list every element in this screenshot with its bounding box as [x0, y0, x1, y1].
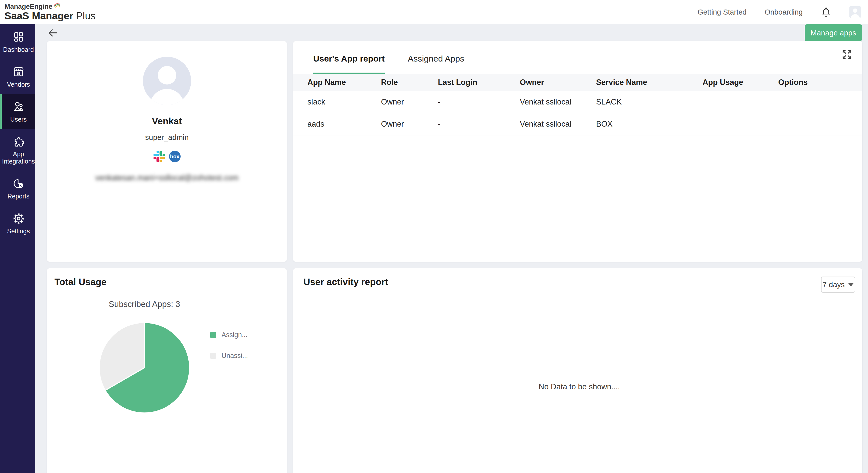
col-service-name: Service Name	[593, 74, 700, 91]
pie-slice-separator	[144, 323, 145, 368]
cell-role: Owner	[378, 113, 435, 135]
cell-service-name: SLACK	[593, 91, 700, 113]
sidebar-item-app-integrations[interactable]: App Integrations	[0, 129, 35, 171]
notification-bell-icon[interactable]	[821, 7, 831, 17]
legend-item-assigned[interactable]: Assign...	[210, 331, 248, 339]
gear-icon	[12, 213, 25, 225]
person-icon	[849, 6, 861, 18]
user-name: Venkat	[152, 116, 182, 127]
manage-apps-button[interactable]: Manage apps	[805, 24, 862, 41]
brand-product-light: Plus	[76, 10, 96, 21]
sidebar-item-label: Users	[10, 116, 27, 123]
table-header-row: App Name Role Last Login Owner Service N…	[293, 74, 862, 91]
cell-options	[776, 113, 862, 135]
pie-legend: Assign... Unassi...	[210, 331, 248, 412]
cell-last-login: -	[435, 91, 517, 113]
expand-icon[interactable]	[841, 49, 853, 60]
total-usage-title: Total Usage	[55, 277, 279, 287]
sidebar-item-users[interactable]: Users	[0, 94, 35, 129]
sidebar-item-label: Vendors	[7, 81, 30, 88]
brand-logo: ManageEngine SaaS Manager Plus	[4, 3, 95, 21]
dashboard-icon	[12, 31, 25, 43]
sidebar-item-vendors[interactable]: Vendors	[0, 59, 35, 94]
app-report-table: App Name Role Last Login Owner Service N…	[293, 74, 862, 135]
back-arrow-icon[interactable]	[47, 27, 59, 39]
slack-icon	[153, 151, 165, 162]
brand-product-bold: SaaS Manager	[4, 10, 73, 21]
usage-pie-chart[interactable]	[100, 323, 189, 412]
cell-owner: Venkat ssllocal	[517, 113, 594, 135]
tab-assigned-apps[interactable]: Assigned Apps	[408, 54, 464, 74]
user-activity-card: User activity report 7 days No Data to b…	[293, 268, 862, 473]
date-range-value: 7 days	[823, 280, 845, 289]
onboarding-link[interactable]: Onboarding	[765, 8, 803, 16]
col-options: Options	[776, 74, 862, 91]
sidebar-nav: Dashboard Vendors Users Ap	[0, 24, 35, 473]
chevron-down-icon	[848, 283, 854, 286]
legend-item-unassigned[interactable]: Unassi...	[210, 352, 248, 360]
top-header: ManageEngine SaaS Manager Plus Getting S…	[0, 0, 868, 24]
user-avatar[interactable]	[849, 6, 861, 18]
user-email-blurred: venkatesan.mani+ssllocal@zohotest.com	[95, 173, 239, 182]
sidebar-item-dashboard[interactable]: Dashboard	[0, 24, 35, 59]
user-activity-title: User activity report	[303, 277, 855, 287]
cell-app-name: slack	[293, 91, 378, 113]
profile-avatar	[143, 57, 191, 105]
cell-app-name: aads	[293, 113, 378, 135]
header-nav: Getting Started Onboarding	[698, 6, 861, 18]
col-app-name: App Name	[293, 74, 378, 91]
empty-state-message: No Data to be shown....	[303, 382, 855, 391]
sidebar-item-label: App Integrations	[2, 151, 35, 165]
cell-options	[776, 91, 862, 113]
sidebar-item-reports[interactable]: Reports	[0, 171, 35, 206]
cell-last-login: -	[435, 113, 517, 135]
sidebar-item-settings[interactable]: Settings	[0, 206, 35, 241]
cell-app-usage	[700, 91, 776, 113]
cell-service-name: BOX	[593, 113, 700, 135]
user-role: super_admin	[145, 133, 189, 142]
user-profile-card: Venkat super_admin box	[47, 41, 287, 262]
user-app-report-panel: User's App report Assigned Apps App Name…	[293, 41, 862, 262]
getting-started-link[interactable]: Getting Started	[698, 8, 746, 16]
brand-swoosh-icon	[53, 2, 61, 8]
box-icon: box	[169, 151, 181, 162]
person-icon	[143, 57, 191, 105]
date-range-dropdown[interactable]: 7 days	[821, 277, 855, 293]
cell-role: Owner	[378, 91, 435, 113]
puzzle-icon	[12, 135, 25, 148]
users-icon	[12, 101, 25, 113]
legend-swatch-assigned	[210, 332, 216, 338]
col-last-login: Last Login	[435, 74, 517, 91]
page-toolbar: Manage apps	[35, 24, 868, 41]
col-app-usage: App Usage	[700, 74, 776, 91]
subscribed-apps-count: Subscribed Apps: 3	[109, 299, 180, 309]
cell-app-usage	[700, 113, 776, 135]
col-role: Role	[378, 74, 435, 91]
pie-report-icon	[12, 178, 25, 190]
table-row[interactable]: slack Owner - Venkat ssllocal SLACK	[293, 91, 862, 113]
cell-owner: Venkat ssllocal	[517, 91, 594, 113]
legend-swatch-unassigned	[210, 353, 216, 359]
user-app-icons: box	[153, 151, 181, 162]
store-icon	[12, 66, 25, 78]
report-tabs: User's App report Assigned Apps	[293, 41, 862, 74]
table-row[interactable]: aads Owner - Venkat ssllocal BOX	[293, 113, 862, 135]
brand-top-text: ManageEngine	[4, 3, 53, 10]
sidebar-item-label: Dashboard	[3, 46, 34, 53]
sidebar-item-label: Reports	[7, 193, 30, 200]
pie-slice-separator	[105, 367, 145, 390]
tab-users-app-report[interactable]: User's App report	[313, 54, 385, 74]
col-owner: Owner	[517, 74, 594, 91]
total-usage-card: Total Usage Subscribed Apps: 3 Assign...	[47, 268, 287, 473]
sidebar-item-label: Settings	[7, 228, 30, 235]
